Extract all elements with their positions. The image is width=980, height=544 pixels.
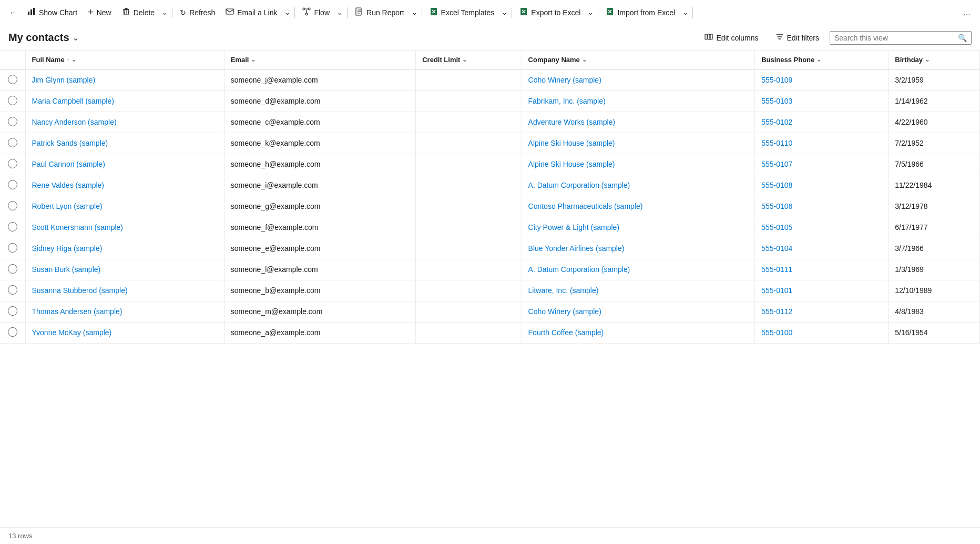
- business-phone-cell[interactable]: 555-0105: [755, 217, 889, 238]
- email-cell: someone_d@example.com: [224, 90, 415, 112]
- delete-dropdown-button[interactable]: ⌄: [160, 3, 170, 22]
- row-checkbox-cell: [0, 280, 25, 301]
- more-button[interactable]: …: [958, 3, 976, 22]
- business-phone-cell[interactable]: 555-0108: [755, 175, 889, 196]
- view-title[interactable]: My contacts ⌄: [8, 32, 79, 44]
- business-phone-cell[interactable]: 555-0107: [755, 154, 889, 175]
- excel-templates-button[interactable]: Excel Templates: [424, 3, 500, 22]
- full-name-cell[interactable]: Patrick Sands (sample): [25, 133, 224, 154]
- company-name-cell[interactable]: Alpine Ski House (sample): [522, 133, 755, 154]
- company-name-cell[interactable]: Alpine Ski House (sample): [522, 154, 755, 175]
- view-title-text: My contacts: [8, 32, 69, 44]
- row-checkbox[interactable]: [8, 222, 17, 231]
- back-button[interactable]: ←: [4, 3, 22, 22]
- full-name-cell[interactable]: Susan Burk (sample): [25, 259, 224, 280]
- import-dropdown-icon: ⌄: [682, 8, 688, 16]
- full-name-cell[interactable]: Sidney Higa (sample): [25, 238, 224, 259]
- row-checkbox[interactable]: [8, 285, 17, 295]
- company-name-cell[interactable]: Fabrikam, Inc. (sample): [522, 90, 755, 112]
- business-phone-cell[interactable]: 555-0110: [755, 133, 889, 154]
- row-checkbox[interactable]: [8, 201, 17, 210]
- flow-dropdown-button[interactable]: ⌄: [335, 3, 345, 22]
- table-row: Susanna Stubberod (sample)someone_b@exam…: [0, 280, 980, 301]
- row-checkbox[interactable]: [8, 243, 17, 253]
- refresh-button[interactable]: ↻ Refresh: [175, 3, 220, 22]
- full-name-cell[interactable]: Jim Glynn (sample): [25, 69, 224, 90]
- full-name-cell[interactable]: Nancy Anderson (sample): [25, 112, 224, 133]
- row-checkbox[interactable]: [8, 180, 17, 189]
- company-name-cell[interactable]: City Power & Light (sample): [522, 217, 755, 238]
- row-checkbox[interactable]: [8, 96, 17, 105]
- business-phone-column-header[interactable]: Business Phone ⌄: [755, 51, 889, 69]
- credit-limit-cell: [416, 154, 522, 175]
- company-name-column-header[interactable]: Company Name ⌄: [522, 51, 755, 69]
- import-dropdown-button[interactable]: ⌄: [680, 3, 690, 22]
- search-box[interactable]: 🔍: [830, 31, 972, 45]
- table-row: Thomas Andersen (sample)someone_m@exampl…: [0, 301, 980, 322]
- birthday-cell: 5/16/1954: [889, 322, 980, 343]
- row-checkbox[interactable]: [8, 306, 17, 316]
- filter-icon: [775, 33, 784, 43]
- row-checkbox[interactable]: [8, 159, 17, 168]
- new-button[interactable]: + New: [83, 3, 117, 22]
- table-row: Yvonne McKay (sample)someone_a@example.c…: [0, 322, 980, 343]
- company-name-cell[interactable]: Coho Winery (sample): [522, 301, 755, 322]
- show-chart-icon: [27, 7, 36, 17]
- row-checkbox[interactable]: [8, 75, 17, 84]
- company-name-cell[interactable]: A. Datum Corporation (sample): [522, 175, 755, 196]
- full-name-cell[interactable]: Paul Cannon (sample): [25, 154, 224, 175]
- business-phone-cell[interactable]: 555-0106: [755, 196, 889, 217]
- edit-filters-button[interactable]: Edit filters: [769, 29, 825, 46]
- refresh-label: Refresh: [189, 8, 215, 17]
- business-phone-cell[interactable]: 555-0104: [755, 238, 889, 259]
- full-name-cell[interactable]: Susanna Stubberod (sample): [25, 280, 224, 301]
- business-phone-cell[interactable]: 555-0103: [755, 90, 889, 112]
- birthday-sort-chevron-icon: ⌄: [925, 56, 930, 63]
- business-phone-cell[interactable]: 555-0101: [755, 280, 889, 301]
- email-column-header[interactable]: Email ⌄: [224, 51, 415, 69]
- svg-rect-12: [708, 34, 710, 39]
- birthday-column-header[interactable]: Birthday ⌄: [889, 51, 980, 69]
- row-checkbox[interactable]: [8, 264, 17, 274]
- full-name-cell[interactable]: Maria Campbell (sample): [25, 90, 224, 112]
- export-dropdown-button[interactable]: ⌄: [586, 3, 596, 22]
- business-phone-cell[interactable]: 555-0100: [755, 322, 889, 343]
- credit-limit-column-header[interactable]: Credit Limit ⌄: [416, 51, 522, 69]
- row-count-label: 13 rows: [8, 532, 33, 540]
- company-name-cell[interactable]: Fourth Coffee (sample): [522, 322, 755, 343]
- full-name-cell[interactable]: Yvonne McKay (sample): [25, 322, 224, 343]
- row-checkbox[interactable]: [8, 327, 17, 337]
- excel-templates-dropdown-button[interactable]: ⌄: [499, 3, 509, 22]
- search-input[interactable]: [834, 34, 955, 42]
- company-name-cell[interactable]: Coho Winery (sample): [522, 69, 755, 90]
- business-phone-cell[interactable]: 555-0109: [755, 69, 889, 90]
- credit-limit-cell: [416, 112, 522, 133]
- full-name-cell[interactable]: Rene Valdes (sample): [25, 175, 224, 196]
- row-checkbox[interactable]: [8, 138, 17, 147]
- full-name-cell[interactable]: Thomas Andersen (sample): [25, 301, 224, 322]
- business-phone-cell[interactable]: 555-0102: [755, 112, 889, 133]
- edit-filters-label: Edit filters: [787, 34, 819, 42]
- full-name-cell[interactable]: Robert Lyon (sample): [25, 196, 224, 217]
- email-dropdown-button[interactable]: ⌄: [282, 3, 292, 22]
- export-excel-button[interactable]: Export to Excel: [514, 3, 586, 22]
- company-name-cell[interactable]: Contoso Pharmaceuticals (sample): [522, 196, 755, 217]
- full-name-column-header[interactable]: Full Name ↑ ⌄: [25, 51, 224, 69]
- full-name-cell[interactable]: Scott Konersmann (sample): [25, 217, 224, 238]
- company-name-cell[interactable]: A. Datum Corporation (sample): [522, 259, 755, 280]
- company-name-cell[interactable]: Blue Yonder Airlines (sample): [522, 238, 755, 259]
- email-link-button[interactable]: Email a Link: [220, 3, 282, 22]
- edit-columns-button[interactable]: Edit columns: [698, 29, 764, 46]
- company-name-cell[interactable]: Litware, Inc. (sample): [522, 280, 755, 301]
- import-excel-button[interactable]: Import from Excel: [600, 3, 680, 22]
- run-report-button[interactable]: Run Report: [350, 3, 410, 22]
- show-chart-button[interactable]: Show Chart: [22, 3, 83, 22]
- business-phone-cell[interactable]: 555-0111: [755, 259, 889, 280]
- run-report-dropdown-button[interactable]: ⌄: [410, 3, 420, 22]
- business-phone-cell[interactable]: 555-0112: [755, 301, 889, 322]
- company-name-cell[interactable]: Adventure Works (sample): [522, 112, 755, 133]
- birthday-header-label: Birthday: [895, 56, 923, 64]
- delete-button[interactable]: Delete: [117, 3, 160, 22]
- row-checkbox[interactable]: [8, 117, 17, 126]
- flow-button[interactable]: Flow: [297, 3, 335, 22]
